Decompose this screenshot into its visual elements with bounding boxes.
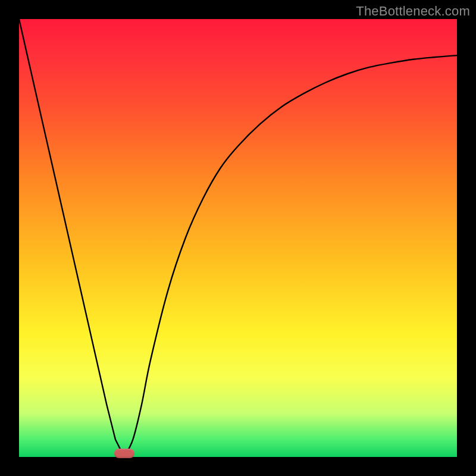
optimal-marker — [114, 449, 134, 458]
plot-area — [19, 19, 457, 457]
watermark-text: TheBottleneck.com — [356, 4, 470, 19]
bottleneck-curve — [19, 19, 457, 457]
chart-frame: TheBottleneck.com — [0, 0, 476, 476]
